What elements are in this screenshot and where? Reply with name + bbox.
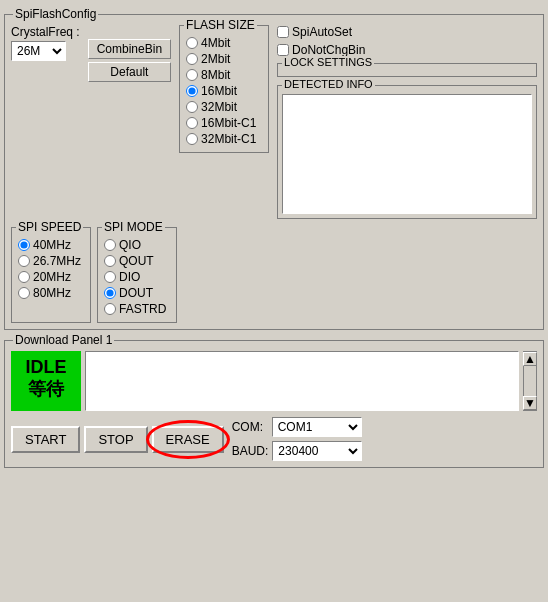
com-baud-section: COM: COM1 COM2 COM3 BAUD: 230400 115200 <box>232 417 366 461</box>
crystal-freq-label: CrystalFreq : <box>11 25 80 39</box>
flash-size-2mbit-radio[interactable] <box>186 53 198 65</box>
spi-auto-set-label: SpiAutoSet <box>292 25 352 39</box>
crystal-freq-section: CrystalFreq : 26M 40M 24M 20M <box>11 25 80 61</box>
erase-button[interactable]: ERASE <box>152 426 224 453</box>
flash-size-4mbit-radio[interactable] <box>186 37 198 49</box>
flash-size-8mbit-row: 8Mbit <box>186 68 262 82</box>
flash-size-32mbit-c1-radio[interactable] <box>186 133 198 145</box>
flash-size-32mbit-row: 32Mbit <box>186 100 262 114</box>
scroll-down-button[interactable]: ▼ <box>523 396 537 410</box>
spi-mode-qio-radio[interactable] <box>104 239 116 251</box>
scroll-up-button[interactable]: ▲ <box>523 352 537 366</box>
spi-speed-80mhz-radio[interactable] <box>18 287 30 299</box>
flash-size-16mbit-row: 16Mbit <box>186 84 262 98</box>
flash-size-2mbit-row: 2Mbit <box>186 52 262 66</box>
spi-speed-80mhz-row: 80MHz <box>18 286 84 300</box>
spi-mode-qout-row: QOUT <box>104 254 170 268</box>
flash-size-16mbit-c1-radio[interactable] <box>186 117 198 129</box>
start-button[interactable]: START <box>11 426 80 453</box>
spi-speed-40mhz-radio[interactable] <box>18 239 30 251</box>
download-panel-label: Download Panel 1 <box>13 333 114 347</box>
flash-size-16mbit-label: 16Mbit <box>201 84 237 98</box>
spi-mode-dio-radio[interactable] <box>104 271 116 283</box>
lock-settings-label: LOCK SETTINGS <box>282 56 374 68</box>
spi-mode-qio-row: QIO <box>104 238 170 252</box>
spi-mode-label: SPI MODE <box>102 220 165 234</box>
do-not-chg-bin-label: DoNotChgBin <box>292 43 365 57</box>
flash-size-16mbit-c1-row: 16Mbit-C1 <box>186 116 262 130</box>
flash-size-32mbit-label: 32Mbit <box>201 100 237 114</box>
spi-speed-26.7mhz-radio[interactable] <box>18 255 30 267</box>
flash-size-4mbit-row: 4Mbit <box>186 36 262 50</box>
spi-speed-20mhz-radio[interactable] <box>18 271 30 283</box>
combine-bin-button[interactable]: CombineBin <box>88 39 171 59</box>
spi-mode-qout-radio[interactable] <box>104 255 116 267</box>
download-log <box>85 351 519 411</box>
spi-mode-fastrd-row: FASTRD <box>104 302 170 316</box>
do-not-chg-bin-row: DoNotChgBin <box>277 43 537 57</box>
com-select[interactable]: COM1 COM2 COM3 <box>272 417 362 437</box>
spi-speed-26.7mhz-row: 26.7MHz <box>18 254 84 268</box>
com-row: COM: COM1 COM2 COM3 <box>232 417 366 437</box>
spi-speed-20mhz-label: 20MHz <box>33 270 71 284</box>
spi-speed-label: SPI SPEED <box>16 220 83 234</box>
flash-size-32mbit-radio[interactable] <box>186 101 198 113</box>
spi-flash-config-label: SpiFlashConfig <box>13 7 98 21</box>
main-window: SpiFlashConfig CrystalFreq : 26M 40M 24M… <box>0 0 548 602</box>
stop-button[interactable]: STOP <box>84 426 147 453</box>
flash-size-32mbit-c1-row: 32Mbit-C1 <box>186 132 262 146</box>
spi-mode-fastrd-label: FASTRD <box>119 302 166 316</box>
spi-mode-dout-row: DOUT <box>104 286 170 300</box>
spi-speed-80mhz-label: 80MHz <box>33 286 71 300</box>
spi-speed-40mhz-label: 40MHz <box>33 238 71 252</box>
spi-speed-26.7mhz-label: 26.7MHz <box>33 254 81 268</box>
spi-mode-dout-label: DOUT <box>119 286 153 300</box>
spi-speed-40mhz-row: 40MHz <box>18 238 84 252</box>
spi-mode-qio-label: QIO <box>119 238 141 252</box>
flash-size-32mbit-c1-label: 32Mbit-C1 <box>201 132 256 146</box>
idle-line2: 等待 <box>21 379 71 401</box>
detected-info-content <box>282 94 532 214</box>
right-panel: SpiAutoSet DoNotChgBin LOCK SETTINGS DET… <box>277 25 537 219</box>
flash-size-16mbit-radio[interactable] <box>186 85 198 97</box>
flash-size-2mbit-label: 2Mbit <box>201 52 230 66</box>
spi-auto-set-checkbox[interactable] <box>277 26 289 38</box>
spi-mode-dout-radio[interactable] <box>104 287 116 299</box>
flash-size-8mbit-radio[interactable] <box>186 69 198 81</box>
do-not-chg-bin-checkbox[interactable] <box>277 44 289 56</box>
flash-size-4mbit-label: 4Mbit <box>201 36 230 50</box>
com-label: COM: <box>232 420 268 434</box>
baud-row: BAUD: 230400 115200 57600 38400 <box>232 441 366 461</box>
idle-line1: IDLE <box>21 357 71 379</box>
spi-speed-20mhz-row: 20MHz <box>18 270 84 284</box>
spi-mode-fastrd-radio[interactable] <box>104 303 116 315</box>
spi-mode-dio-label: DIO <box>119 270 140 284</box>
spi-auto-set-row: SpiAutoSet <box>277 25 537 39</box>
spi-mode-dio-row: DIO <box>104 270 170 284</box>
bottom-controls: START STOP ERASE COM: COM1 COM2 COM3 <box>11 417 537 461</box>
crystal-freq-select[interactable]: 26M 40M 24M 20M <box>11 41 66 61</box>
flash-size-8mbit-label: 8Mbit <box>201 68 230 82</box>
erase-button-wrapper: ERASE <box>152 426 224 453</box>
baud-label: BAUD: <box>232 444 269 458</box>
spi-mode-qout-label: QOUT <box>119 254 154 268</box>
detected-info-label: DETECTED INFO <box>282 78 375 90</box>
idle-status-box: IDLE 等待 <box>11 351 81 411</box>
baud-select[interactable]: 230400 115200 57600 38400 <box>272 441 362 461</box>
default-button[interactable]: Default <box>88 62 171 82</box>
flash-size-16mbit-c1-label: 16Mbit-C1 <box>201 116 256 130</box>
flash-size-label: FLASH SIZE <box>184 18 257 32</box>
